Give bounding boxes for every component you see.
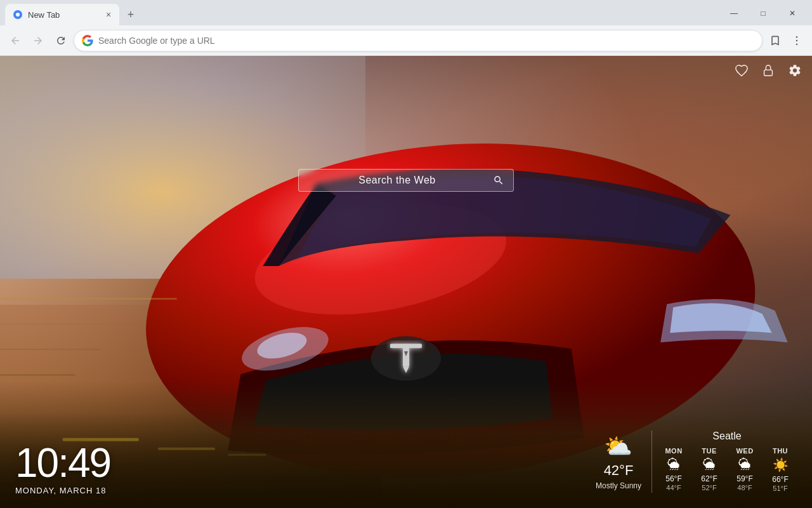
- forward-button[interactable]: [28, 30, 48, 51]
- forecast-low: 48°F: [737, 484, 752, 491]
- weather-current-temp: 42°F: [604, 462, 634, 479]
- refresh-icon: [55, 35, 67, 46]
- settings-button[interactable]: [785, 61, 804, 80]
- clock-widget: 10:49 MONDAY, MARCH 18: [15, 443, 110, 495]
- address-bar[interactable]: [74, 30, 763, 51]
- search-icon: [493, 175, 504, 186]
- forecast-day-3: THU ☀️ 66°F 51°F: [766, 447, 794, 492]
- forecast-day-icon: 🌦: [667, 457, 680, 472]
- forecast-day-name: MON: [665, 447, 682, 455]
- forecast-day-icon: 🌦: [703, 457, 716, 472]
- svg-rect-18: [0, 298, 177, 300]
- back-button[interactable]: [5, 30, 25, 51]
- forecast-day-name: TUE: [702, 447, 717, 455]
- tab-favicon: [13, 10, 23, 20]
- weather-widget: ⛅ 42°F Mostly Sunny Seatle MON 🌦 56°F 44…: [586, 425, 802, 498]
- svg-point-1: [16, 13, 20, 17]
- svg-point-4: [796, 43, 798, 45]
- forecast-day-icon: ☀️: [773, 457, 789, 472]
- clock-date: MONDAY, MARCH 18: [15, 486, 110, 495]
- bookmark-button[interactable]: [765, 30, 785, 51]
- refresh-button[interactable]: [51, 30, 71, 51]
- svg-rect-19: [0, 323, 139, 324]
- forecast-day-2: WED 🌦 59°F 48°F: [731, 447, 759, 492]
- forecast-day-name: THU: [773, 447, 788, 455]
- clock-time: 10:49: [15, 443, 110, 483]
- forecast-low: 44°F: [666, 484, 681, 491]
- page-content: Search the Web 10:49 MONDAY, MARCH 18 ⛅ …: [0, 56, 812, 508]
- forecast-day-icon: 🌦: [738, 457, 751, 472]
- url-input[interactable]: [98, 36, 754, 46]
- google-icon: [82, 35, 93, 46]
- toolbar: [0, 25, 812, 56]
- forecast-low: 51°F: [773, 485, 787, 492]
- svg-rect-20: [0, 349, 101, 350]
- forward-icon: [32, 35, 44, 46]
- search-widget[interactable]: Search the Web: [298, 169, 514, 192]
- svg-rect-11: [403, 347, 409, 366]
- window-controls: — □ ✕: [719, 4, 807, 23]
- svg-rect-21: [0, 374, 75, 375]
- forecast-high: 66°F: [772, 475, 788, 484]
- search-box[interactable]: Search the Web: [298, 169, 514, 192]
- tab-title: New Tab: [28, 10, 98, 20]
- forecast-days: MON 🌦 56°F 44°F TUE 🌦 62°F 52°F WED 🌦 59…: [660, 447, 794, 492]
- forecast-day-name: WED: [736, 447, 753, 455]
- page-icons: [732, 61, 804, 80]
- maximize-button[interactable]: □: [749, 4, 778, 23]
- menu-icon: [790, 34, 803, 47]
- menu-button[interactable]: [787, 30, 807, 51]
- forecast-temps: 62°F 52°F: [701, 474, 717, 491]
- heart-button[interactable]: [732, 61, 751, 80]
- forecast-low: 52°F: [702, 484, 716, 491]
- forecast-high: 59°F: [737, 474, 752, 483]
- toolbar-actions: [765, 30, 807, 51]
- tab-bar: New Tab × + — □ ✕: [0, 0, 812, 25]
- forecast-temps: 59°F 48°F: [737, 474, 752, 491]
- weather-current: ⛅ 42°F Mostly Sunny: [586, 425, 652, 498]
- tab-close-button[interactable]: ×: [103, 9, 114, 20]
- forecast-temps: 66°F 51°F: [772, 475, 788, 492]
- weather-forecast: Seatle MON 🌦 56°F 44°F TUE 🌦 62°F 52°F W…: [652, 425, 802, 498]
- svg-rect-22: [764, 70, 773, 76]
- svg-rect-10: [390, 344, 422, 348]
- weather-current-desc: Mostly Sunny: [596, 481, 641, 490]
- active-tab[interactable]: New Tab ×: [5, 4, 119, 25]
- forecast-high: 56°F: [665, 474, 681, 483]
- lock-icon: [761, 64, 775, 77]
- heart-icon: [735, 64, 749, 77]
- forecast-high: 62°F: [701, 474, 717, 483]
- new-tab-button[interactable]: +: [122, 6, 140, 23]
- weather-city: Seatle: [660, 431, 794, 442]
- weather-current-icon: ⛅: [604, 433, 632, 460]
- search-label: Search the Web: [308, 175, 487, 186]
- forecast-day-0: MON 🌦 56°F 44°F: [660, 447, 688, 492]
- close-button[interactable]: ✕: [778, 4, 807, 23]
- forecast-day-1: TUE 🌦 62°F 52°F: [695, 447, 723, 492]
- bookmark-icon: [769, 34, 782, 47]
- settings-icon: [788, 64, 802, 77]
- minimize-button[interactable]: —: [719, 4, 749, 23]
- browser-frame: New Tab × + — □ ✕: [0, 0, 812, 508]
- back-icon: [10, 35, 21, 46]
- svg-point-3: [796, 39, 798, 41]
- lock-button[interactable]: [759, 61, 778, 80]
- forecast-temps: 56°F 44°F: [665, 474, 681, 491]
- svg-point-2: [796, 36, 798, 37]
